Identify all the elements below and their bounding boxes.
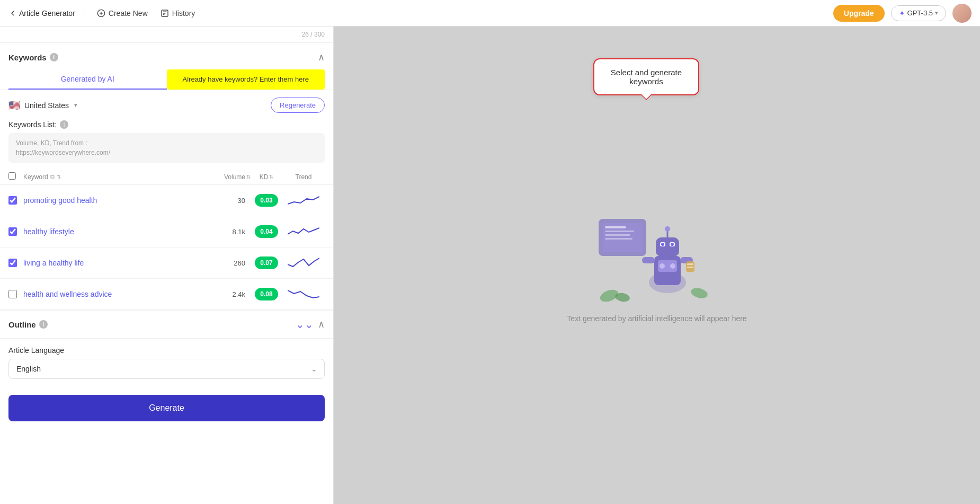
keyword-checkbox-3[interactable] [8,259,17,267]
back-label: Article Generator [19,9,75,17]
language-select[interactable]: English Spanish French [8,359,325,379]
country-row: 🇺🇸 United States ▾ Regenerate [0,90,333,120]
svg-point-16 [660,263,665,269]
svg-rect-9 [605,226,626,228]
language-dropdown[interactable]: English Spanish French [8,359,325,379]
svg-rect-12 [605,238,632,240]
svg-point-24 [665,226,670,232]
country-selector[interactable]: 🇺🇸 United States ▾ [8,100,77,111]
source-text: Volume, KD, Trend from : https://keyword… [16,139,110,156]
keyword-trend-4 [282,286,325,302]
main-layout: 26 / 300 Keywords i ∧ Generated by AI Al… [0,26,980,504]
keyword-name-3: living a healthy life [23,259,208,267]
country-chevron-icon: ▾ [74,102,77,109]
table-row: living a healthy life 260 0.07 [0,247,333,279]
tab-manual-keywords[interactable]: Already have keywords? Enter them here [167,69,325,90]
keywords-tabs: Generated by AI Already have keywords? E… [0,63,333,90]
progress-text: 26 / 300 [302,31,325,38]
tab-generated-by-ai[interactable]: Generated by AI [8,69,167,90]
upgrade-button[interactable]: Upgrade [833,5,885,22]
svg-rect-28 [687,263,693,265]
keyword-trend-2 [282,224,325,240]
outline-section: Outline i ⌄⌄ ∧ [0,310,333,338]
col-kd-header: KD [260,173,269,181]
keyword-kd-badge-3: 0.07 [255,257,278,269]
keyword-volume-3: 260 [208,259,251,267]
keywords-section: Keywords i ∧ Generated by AI Already hav… [0,43,333,310]
language-label: Article Language [8,346,325,355]
back-nav[interactable]: Article Generator [8,9,84,17]
gpt-selector[interactable]: ✦ GPT-3.5 ▾ [891,5,946,21]
keywords-title: Keywords i [8,53,58,62]
copy-icon[interactable]: ⧉ [50,173,55,180]
keyword-trend-1 [282,192,325,208]
sort-keyword-icon[interactable]: ⇅ [57,174,61,180]
ai-placeholder-text: Text generated by artificial intelligenc… [567,314,746,323]
select-all-checkbox[interactable] [8,172,16,180]
left-panel: 26 / 300 Keywords i ∧ Generated by AI Al… [0,26,334,504]
callout-text: Select and generate keywords [611,68,682,86]
svg-rect-10 [605,231,634,232]
keyword-name-2: healthy lifestyle [23,227,208,236]
progress-area: 26 / 300 [0,26,333,43]
outline-info-icon[interactable]: i [39,320,48,329]
keyword-kd-badge-1: 0.03 [255,194,278,207]
gpt-label: GPT-3.5 [907,9,933,17]
svg-rect-18 [656,237,679,257]
table-row: healthy lifestyle 8.1k 0.04 [0,216,333,247]
right-panel: Select and generate keywords [334,26,980,504]
keywords-list-text: Keywords List: [8,120,57,129]
create-new-label: Create New [109,9,148,17]
outline-label: Outline [8,320,36,329]
col-volume-header: Volume [224,173,245,181]
history-nav[interactable]: History [154,0,202,26]
keywords-table-header: Keyword ⧉ ⇅ Volume ⇅ KD ⇅ Trend [0,169,333,185]
callout-tooltip: Select and generate keywords [593,58,699,95]
chevron-down-icon: ▾ [935,10,938,16]
gpt-icon: ✦ [899,9,905,17]
svg-point-22 [671,243,674,246]
svg-rect-25 [642,257,655,263]
avatar-image [952,4,972,23]
outline-collapse-button[interactable]: ∧ [318,319,325,330]
keywords-list-info-icon[interactable]: i [60,120,68,129]
keywords-list-label: Keywords List: i [0,120,333,133]
robot-illustration [599,208,715,304]
country-label: United States [24,101,69,110]
keyword-volume-2: 8.1k [208,228,251,236]
keywords-label: Keywords [8,53,47,62]
keyword-checkbox-1[interactable] [8,196,17,205]
sort-volume-icon[interactable]: ⇅ [246,174,251,180]
svg-point-17 [670,263,675,269]
col-trend-header: Trend [296,173,312,181]
expand-icon[interactable]: ⌄⌄ [296,318,314,331]
create-new-nav[interactable]: Create New [91,0,154,26]
keyword-name-1: promoting good health [23,196,208,205]
keywords-collapse-button[interactable]: ∧ [318,51,325,63]
generate-button[interactable]: Generate [8,395,325,421]
table-row: promoting good health 30 0.03 [0,185,333,216]
top-nav: Article Generator Create New History Upg… [0,0,980,26]
plus-circle-icon [97,9,105,17]
keyword-volume-1: 30 [208,197,251,205]
regenerate-button[interactable]: Regenerate [271,98,325,113]
back-icon [8,9,17,17]
svg-rect-11 [605,234,630,236]
language-section: Article Language English Spanish French [0,338,333,386]
history-icon [161,9,169,17]
keyword-trend-3 [282,255,325,271]
us-flag-icon: 🇺🇸 [8,100,20,111]
keywords-info-icon[interactable]: i [50,53,58,61]
keyword-checkbox-4[interactable] [8,290,17,298]
keyword-volume-4: 2.4k [208,290,251,298]
history-label: History [172,9,195,17]
avatar[interactable] [952,4,972,23]
svg-point-32 [690,286,709,300]
sort-kd-icon[interactable]: ⇅ [269,174,273,180]
table-row: health and wellness advice 2.4k 0.08 [0,279,333,310]
keyword-checkbox-2[interactable] [8,227,17,236]
source-info-box: Volume, KD, Trend from : https://keyword… [8,133,325,163]
keyword-name-4: health and wellness advice [23,290,208,298]
keywords-header: Keywords i ∧ [0,43,333,63]
col-keyword-header: Keyword [23,173,48,181]
